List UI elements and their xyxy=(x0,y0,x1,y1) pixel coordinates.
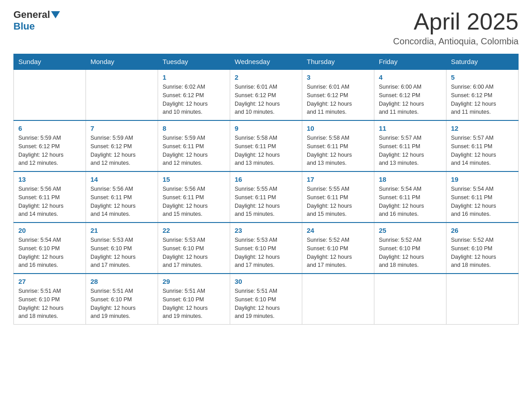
day-number: 14 xyxy=(90,176,153,183)
day-number: 6 xyxy=(18,124,81,132)
day-info: Sunrise: 6:01 AM Sunset: 6:12 PM Dayligh… xyxy=(307,83,369,116)
day-info: Sunrise: 6:01 AM Sunset: 6:12 PM Dayligh… xyxy=(235,83,297,116)
calendar-cell: 21Sunrise: 5:53 AM Sunset: 6:10 PM Dayli… xyxy=(86,223,158,274)
logo-blue-text: Blue xyxy=(13,21,35,32)
calendar-cell: 25Sunrise: 5:52 AM Sunset: 6:10 PM Dayli… xyxy=(374,223,446,274)
calendar-table: SundayMondayTuesdayWednesdayThursdayFrid… xyxy=(13,54,519,325)
page-header: General Blue April 2025 Concordia, Antio… xyxy=(13,9,519,47)
day-info: Sunrise: 5:57 AM Sunset: 6:11 PM Dayligh… xyxy=(379,134,442,167)
day-number: 24 xyxy=(307,227,369,234)
day-number: 9 xyxy=(235,124,297,132)
calendar-cell xyxy=(446,274,519,325)
weekday-header-saturday: Saturday xyxy=(446,54,519,70)
calendar-cell: 1Sunrise: 6:02 AM Sunset: 6:12 PM Daylig… xyxy=(158,69,230,120)
calendar-cell: 26Sunrise: 5:52 AM Sunset: 6:10 PM Dayli… xyxy=(446,223,519,274)
calendar-cell xyxy=(302,274,374,325)
calendar-cell: 16Sunrise: 5:55 AM Sunset: 6:11 PM Dayli… xyxy=(230,171,302,223)
day-number: 4 xyxy=(379,73,442,81)
calendar-cell: 29Sunrise: 5:51 AM Sunset: 6:10 PM Dayli… xyxy=(158,274,230,325)
calendar-cell: 24Sunrise: 5:52 AM Sunset: 6:10 PM Dayli… xyxy=(302,223,374,274)
day-number: 11 xyxy=(379,124,442,132)
day-info: Sunrise: 5:56 AM Sunset: 6:11 PM Dayligh… xyxy=(18,185,81,218)
weekday-header-thursday: Thursday xyxy=(302,54,374,70)
day-info: Sunrise: 5:54 AM Sunset: 6:11 PM Dayligh… xyxy=(379,185,442,218)
week-row-3: 13Sunrise: 5:56 AM Sunset: 6:11 PM Dayli… xyxy=(14,171,519,223)
calendar-cell: 10Sunrise: 5:58 AM Sunset: 6:11 PM Dayli… xyxy=(302,120,374,171)
day-number: 22 xyxy=(163,227,225,234)
day-info: Sunrise: 5:51 AM Sunset: 6:10 PM Dayligh… xyxy=(18,287,81,321)
logo: General Blue xyxy=(13,9,61,32)
weekday-header-sunday: Sunday xyxy=(14,54,86,70)
calendar-cell: 19Sunrise: 5:54 AM Sunset: 6:11 PM Dayli… xyxy=(446,171,519,223)
calendar-cell: 14Sunrise: 5:56 AM Sunset: 6:11 PM Dayli… xyxy=(86,171,158,223)
location-subtitle: Concordia, Antioquia, Colombia xyxy=(393,36,519,47)
day-info: Sunrise: 5:58 AM Sunset: 6:11 PM Dayligh… xyxy=(307,134,369,167)
calendar-cell: 3Sunrise: 6:01 AM Sunset: 6:12 PM Daylig… xyxy=(302,69,374,120)
day-info: Sunrise: 5:51 AM Sunset: 6:10 PM Dayligh… xyxy=(235,287,297,321)
day-info: Sunrise: 5:58 AM Sunset: 6:11 PM Dayligh… xyxy=(235,134,297,167)
day-number: 28 xyxy=(90,278,153,285)
calendar-cell: 12Sunrise: 5:57 AM Sunset: 6:11 PM Dayli… xyxy=(446,120,519,171)
day-info: Sunrise: 5:59 AM Sunset: 6:12 PM Dayligh… xyxy=(90,134,153,167)
calendar-cell: 9Sunrise: 5:58 AM Sunset: 6:11 PM Daylig… xyxy=(230,120,302,171)
calendar-cell: 13Sunrise: 5:56 AM Sunset: 6:11 PM Dayli… xyxy=(14,171,86,223)
calendar-cell xyxy=(14,69,86,120)
calendar-cell: 7Sunrise: 5:59 AM Sunset: 6:12 PM Daylig… xyxy=(86,120,158,171)
week-row-2: 6Sunrise: 5:59 AM Sunset: 6:12 PM Daylig… xyxy=(14,120,519,171)
day-info: Sunrise: 5:53 AM Sunset: 6:10 PM Dayligh… xyxy=(163,236,225,270)
calendar-cell: 5Sunrise: 6:00 AM Sunset: 6:12 PM Daylig… xyxy=(446,69,519,120)
calendar-cell: 15Sunrise: 5:56 AM Sunset: 6:11 PM Dayli… xyxy=(158,171,230,223)
week-row-4: 20Sunrise: 5:54 AM Sunset: 6:10 PM Dayli… xyxy=(14,223,519,274)
day-number: 21 xyxy=(90,227,153,234)
calendar-cell: 4Sunrise: 6:00 AM Sunset: 6:12 PM Daylig… xyxy=(374,69,446,120)
weekday-header-wednesday: Wednesday xyxy=(230,54,302,70)
weekday-header-tuesday: Tuesday xyxy=(158,54,230,70)
day-number: 18 xyxy=(379,176,442,183)
calendar-cell: 30Sunrise: 5:51 AM Sunset: 6:10 PM Dayli… xyxy=(230,274,302,325)
calendar-cell: 28Sunrise: 5:51 AM Sunset: 6:10 PM Dayli… xyxy=(86,274,158,325)
day-info: Sunrise: 5:57 AM Sunset: 6:11 PM Dayligh… xyxy=(451,134,514,167)
logo-general-text: General xyxy=(13,9,50,21)
day-number: 7 xyxy=(90,124,153,132)
day-number: 25 xyxy=(379,227,442,234)
calendar-cell: 22Sunrise: 5:53 AM Sunset: 6:10 PM Dayli… xyxy=(158,223,230,274)
weekday-header-friday: Friday xyxy=(374,54,446,70)
day-info: Sunrise: 5:51 AM Sunset: 6:10 PM Dayligh… xyxy=(90,287,153,321)
week-row-1: 1Sunrise: 6:02 AM Sunset: 6:12 PM Daylig… xyxy=(14,69,519,120)
day-info: Sunrise: 5:55 AM Sunset: 6:11 PM Dayligh… xyxy=(235,185,297,218)
day-number: 8 xyxy=(163,124,225,132)
month-title: April 2025 xyxy=(393,9,519,34)
day-number: 20 xyxy=(18,227,81,234)
day-number: 12 xyxy=(451,124,514,132)
day-number: 2 xyxy=(235,73,297,81)
day-info: Sunrise: 5:51 AM Sunset: 6:10 PM Dayligh… xyxy=(163,287,225,321)
day-info: Sunrise: 6:00 AM Sunset: 6:12 PM Dayligh… xyxy=(451,83,514,116)
day-number: 17 xyxy=(307,176,369,183)
calendar-cell: 8Sunrise: 5:59 AM Sunset: 6:11 PM Daylig… xyxy=(158,120,230,171)
day-info: Sunrise: 5:52 AM Sunset: 6:10 PM Dayligh… xyxy=(451,236,514,270)
day-number: 27 xyxy=(18,278,81,285)
day-number: 23 xyxy=(235,227,297,234)
day-number: 30 xyxy=(235,278,297,285)
logo-triangle-icon xyxy=(51,11,60,18)
day-info: Sunrise: 5:56 AM Sunset: 6:11 PM Dayligh… xyxy=(90,185,153,218)
day-info: Sunrise: 6:02 AM Sunset: 6:12 PM Dayligh… xyxy=(163,83,225,116)
day-info: Sunrise: 5:52 AM Sunset: 6:10 PM Dayligh… xyxy=(379,236,442,270)
day-info: Sunrise: 6:00 AM Sunset: 6:12 PM Dayligh… xyxy=(379,83,442,116)
weekday-header-row: SundayMondayTuesdayWednesdayThursdayFrid… xyxy=(14,54,519,70)
calendar-cell: 11Sunrise: 5:57 AM Sunset: 6:11 PM Dayli… xyxy=(374,120,446,171)
day-number: 10 xyxy=(307,124,369,132)
week-row-5: 27Sunrise: 5:51 AM Sunset: 6:10 PM Dayli… xyxy=(14,274,519,325)
day-number: 1 xyxy=(163,73,225,81)
day-number: 5 xyxy=(451,73,514,81)
day-info: Sunrise: 5:59 AM Sunset: 6:11 PM Dayligh… xyxy=(163,134,225,167)
day-info: Sunrise: 5:59 AM Sunset: 6:12 PM Dayligh… xyxy=(18,134,81,167)
day-info: Sunrise: 5:52 AM Sunset: 6:10 PM Dayligh… xyxy=(307,236,369,270)
day-number: 29 xyxy=(163,278,225,285)
weekday-header-monday: Monday xyxy=(86,54,158,70)
day-number: 13 xyxy=(18,176,81,183)
calendar-cell: 23Sunrise: 5:53 AM Sunset: 6:10 PM Dayli… xyxy=(230,223,302,274)
calendar-cell xyxy=(374,274,446,325)
title-block: April 2025 Concordia, Antioquia, Colombi… xyxy=(393,9,519,47)
day-info: Sunrise: 5:53 AM Sunset: 6:10 PM Dayligh… xyxy=(90,236,153,270)
